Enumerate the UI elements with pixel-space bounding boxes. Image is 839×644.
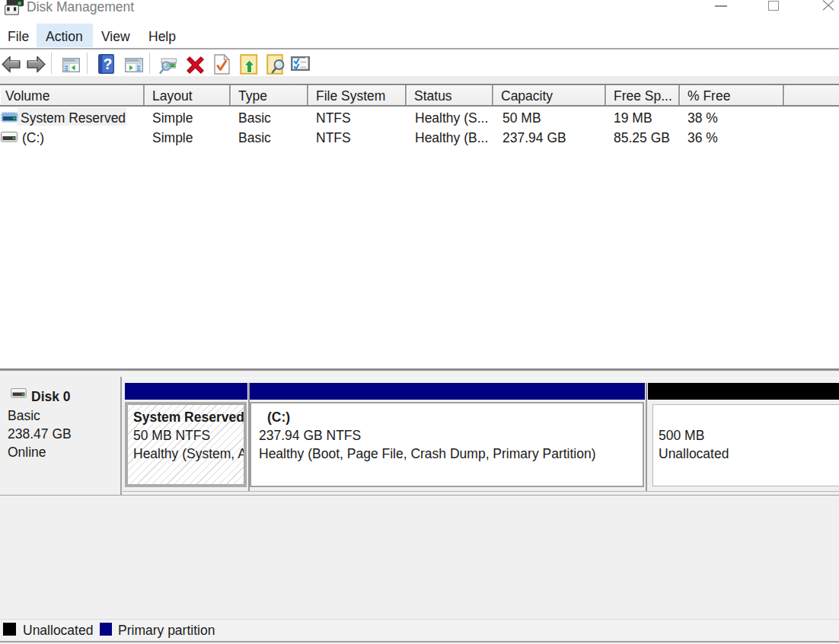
svg-text:?: ?: [104, 55, 113, 72]
